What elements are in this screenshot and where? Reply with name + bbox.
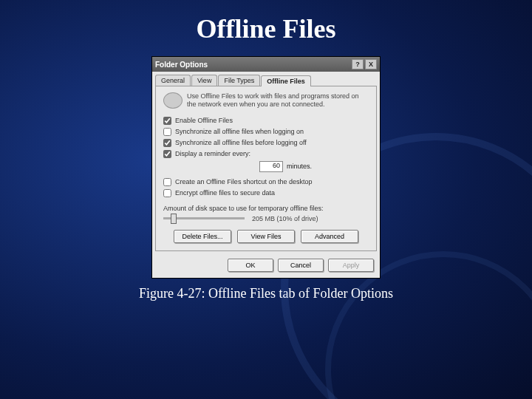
sync-logoff-checkbox[interactable] <box>163 139 171 147</box>
reminder-label: Display a reminder every: <box>175 150 250 157</box>
enable-offline-row[interactable]: Enable Offline Files <box>163 117 369 125</box>
folder-options-dialog: Folder Options ? X General View File Typ… <box>151 56 381 279</box>
sync-logon-checkbox[interactable] <box>163 128 171 136</box>
sync-logoff-row[interactable]: Synchronize all offline files before log… <box>163 139 369 147</box>
shortcut-label: Create an Offline Files shortcut on the … <box>175 178 312 185</box>
disk-space-value: 205 MB (10% of drive) <box>252 215 318 222</box>
tab-file-types[interactable]: File Types <box>218 75 260 86</box>
sync-logon-row[interactable]: Synchronize all offline files when loggi… <box>163 128 369 136</box>
disk-slider-thumb[interactable] <box>171 214 177 224</box>
offline-files-panel: Use Offline Files to work with files and… <box>155 86 377 251</box>
encrypt-checkbox[interactable] <box>163 189 171 197</box>
titlebar-title: Folder Options <box>155 61 208 69</box>
help-button[interactable]: ? <box>352 59 364 69</box>
sync-logon-label: Synchronize all offline files when loggi… <box>175 128 304 135</box>
shortcut-checkbox[interactable] <box>163 178 171 186</box>
reminder-checkbox[interactable] <box>163 150 171 158</box>
disk-slider[interactable] <box>163 217 245 219</box>
titlebar[interactable]: Folder Options ? X <box>152 57 380 72</box>
offline-globe-icon <box>163 92 183 109</box>
tab-view[interactable]: View <box>191 75 217 86</box>
disk-slider-row: 205 MB (10% of drive) <box>163 215 369 222</box>
encrypt-row[interactable]: Encrypt offline files to secure data <box>163 189 369 197</box>
tab-offline-files[interactable]: Offline Files <box>261 75 311 86</box>
reminder-value-row: 60 minutes. <box>259 161 369 172</box>
dialog-button-row: OK Cancel Apply <box>152 254 380 278</box>
reminder-unit-label: minutes. <box>287 163 312 170</box>
slide-title: Offline Files <box>0 0 532 44</box>
tab-general[interactable]: General <box>155 75 191 86</box>
apply-button[interactable]: Apply <box>328 259 374 272</box>
tab-row: General View File Types Offline Files <box>152 72 380 86</box>
close-button[interactable]: X <box>365 59 377 69</box>
intro-row: Use Offline Files to work with files and… <box>163 92 369 109</box>
reminder-row[interactable]: Display a reminder every: <box>163 150 369 158</box>
delete-files-button[interactable]: Delete Files... <box>174 230 231 243</box>
shortcut-row[interactable]: Create an Offline Files shortcut on the … <box>163 178 369 186</box>
advanced-button[interactable]: Advanced <box>301 230 358 243</box>
intro-text: Use Offline Files to work with files and… <box>187 92 369 109</box>
disk-space-label: Amount of disk space to use for temporar… <box>163 205 369 212</box>
encrypt-label: Encrypt offline files to secure data <box>175 189 275 197</box>
panel-button-row: Delete Files... View Files Advanced <box>163 230 369 243</box>
reminder-minutes-input[interactable]: 60 <box>259 161 283 172</box>
enable-offline-label: Enable Offline Files <box>175 117 233 124</box>
sync-logoff-label: Synchronize all offline files before log… <box>175 139 307 146</box>
enable-offline-checkbox[interactable] <box>163 117 171 125</box>
ok-button[interactable]: OK <box>228 259 273 272</box>
cancel-button[interactable]: Cancel <box>278 259 324 272</box>
view-files-button[interactable]: View Files <box>237 230 295 243</box>
